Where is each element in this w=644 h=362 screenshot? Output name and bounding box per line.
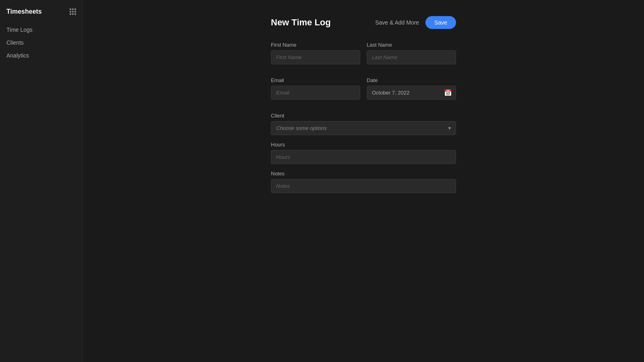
email-label: Email <box>271 77 360 83</box>
hours-label: Hours <box>271 142 456 148</box>
hours-group: Hours <box>271 142 456 164</box>
date-wrapper: 📅 <box>367 86 456 100</box>
notes-label: Notes <box>271 171 456 177</box>
app-title: Timesheets <box>6 8 42 15</box>
header-actions: Save & Add More Save <box>375 16 456 29</box>
first-name-label: First Name <box>271 42 360 48</box>
client-select-wrapper: Choose some options ▼ <box>271 121 456 135</box>
email-date-row: Email Date 📅 <box>271 77 456 106</box>
hours-input[interactable] <box>271 150 456 164</box>
name-row: First Name Last Name <box>271 42 456 71</box>
date-group: Date 📅 <box>367 77 456 100</box>
sidebar-item-label: Clients <box>6 39 24 46</box>
page-header: New Time Log Save & Add More Save <box>271 16 456 29</box>
sidebar: Timesheets Time Logs Clients Analytics <box>0 0 83 362</box>
first-name-input[interactable] <box>271 50 360 64</box>
notes-group: Notes <box>271 171 456 193</box>
new-time-log-form: First Name Last Name Email Date 📅 <box>271 42 456 193</box>
last-name-label: Last Name <box>367 42 456 48</box>
email-input[interactable] <box>271 86 360 100</box>
client-group: Client Choose some options ▼ <box>271 113 456 135</box>
email-group: Email <box>271 77 360 100</box>
save-add-more-button[interactable]: Save & Add More <box>375 17 419 28</box>
notes-input[interactable] <box>271 179 456 193</box>
sidebar-item-label: Analytics <box>6 52 29 59</box>
main-content: New Time Log Save & Add More Save First … <box>83 0 644 362</box>
page-title: New Time Log <box>271 17 331 28</box>
date-input[interactable] <box>367 86 456 100</box>
first-name-group: First Name <box>271 42 360 64</box>
sidebar-item-time-logs[interactable]: Time Logs <box>0 23 83 36</box>
sidebar-item-clients[interactable]: Clients <box>0 36 83 49</box>
sidebar-item-label: Time Logs <box>6 27 33 33</box>
last-name-input[interactable] <box>367 50 456 64</box>
save-button[interactable]: Save <box>425 16 456 29</box>
sidebar-header: Timesheets <box>0 6 83 23</box>
sidebar-item-analytics[interactable]: Analytics <box>0 49 83 62</box>
date-label: Date <box>367 77 456 83</box>
sidebar-nav: Time Logs Clients Analytics <box>0 23 83 62</box>
last-name-group: Last Name <box>367 42 456 64</box>
calendar-icon[interactable]: 📅 <box>444 89 452 97</box>
client-label: Client <box>271 113 456 119</box>
grid-icon[interactable] <box>70 8 76 15</box>
client-select[interactable]: Choose some options <box>271 121 456 135</box>
